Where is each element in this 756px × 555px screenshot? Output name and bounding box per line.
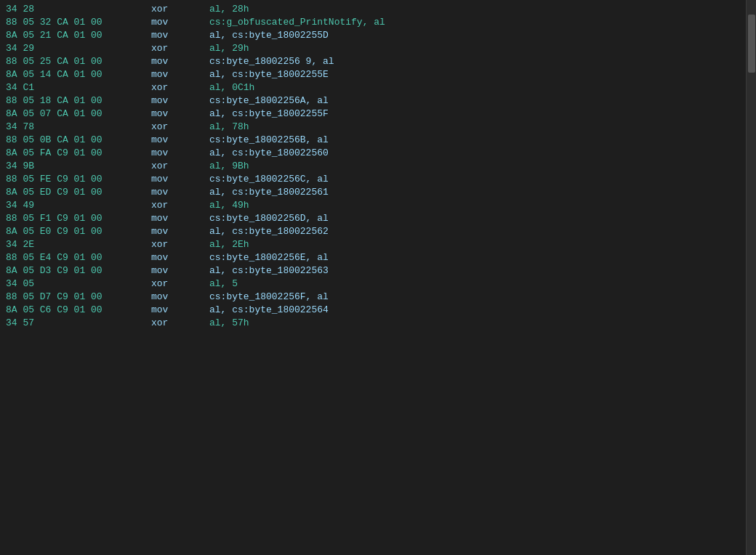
operands-column: cs:byte_18002256C, al [209, 173, 329, 186]
bytes-column: 88 05 0B CA 01 00 [6, 134, 151, 147]
operands-column: al, 29h [209, 42, 249, 55]
table-row: 8A 05 D3 C9 01 00moval, cs:byte_18002256… [0, 264, 746, 278]
bytes-column: 34 C1 [6, 81, 151, 94]
mnemonic-column: mov [151, 94, 209, 108]
table-row: 34 29xoral, 29h [0, 42, 746, 55]
table-row: 8A 05 ED C9 01 00moval, cs:byte_18002256… [0, 186, 746, 199]
mnemonic-column: mov [151, 291, 209, 304]
table-row: 8A 05 21 CA 01 00moval, cs:byte_18002255… [0, 29, 746, 42]
operands-column: al, cs:byte_180022563 [209, 264, 329, 278]
mnemonic-column: mov [151, 186, 209, 199]
bytes-column: 8A 05 FA C9 01 00 [6, 147, 151, 160]
operands-column: al, 28h [209, 3, 249, 16]
mnemonic-column: mov [151, 55, 209, 68]
table-row: 8A 05 C6 C9 01 00moval, cs:byte_18002256… [0, 304, 746, 317]
table-row: 34 78xoral, 78h [0, 121, 746, 134]
operands-column: al, cs:byte_18002255F [209, 108, 329, 121]
bytes-column: 34 49 [6, 199, 151, 212]
mnemonic-column: mov [151, 108, 209, 121]
operands-column: cs:byte_18002256D, al [209, 212, 329, 225]
bytes-column: 88 05 FE C9 01 00 [6, 173, 151, 186]
mnemonic-column: mov [151, 225, 209, 238]
operands-column: cs:byte_18002256F, al [209, 291, 329, 304]
mnemonic-column: mov [151, 212, 209, 225]
operands-column: al, 78h [209, 121, 249, 134]
bytes-column: 88 05 E4 C9 01 00 [6, 251, 151, 264]
mnemonic-column: mov [151, 173, 209, 186]
mnemonic-column: mov [151, 16, 209, 29]
mnemonic-column: mov [151, 304, 209, 317]
mnemonic-column: mov [151, 68, 209, 81]
mnemonic-column: xor [151, 42, 209, 55]
mnemonic-column: mov [151, 29, 209, 42]
disassembly-container: 34 28xoral, 28h88 05 32 CA 01 00movcs:g_… [0, 0, 756, 555]
bytes-column: 8A 05 07 CA 01 00 [6, 108, 151, 121]
mnemonic-column: xor [151, 238, 209, 251]
table-row: 34 57xoral, 57h [0, 317, 746, 330]
bytes-column: 88 05 32 CA 01 00 [6, 16, 151, 29]
mnemonic-column: xor [151, 3, 209, 16]
mnemonic-column: xor [151, 317, 209, 330]
mnemonic-column: xor [151, 199, 209, 212]
bytes-column: 34 78 [6, 121, 151, 134]
operands-column: cs:byte_18002256A, al [209, 94, 329, 108]
operands-column: al, 0C1h [209, 81, 254, 94]
table-row: 88 05 0B CA 01 00movcs:byte_18002256B, a… [0, 134, 746, 147]
operands-column: al, 9Bh [209, 160, 249, 173]
bytes-column: 88 05 D7 C9 01 00 [6, 291, 151, 304]
mnemonic-column: xor [151, 278, 209, 291]
bytes-column: 8A 05 D3 C9 01 00 [6, 264, 151, 278]
table-row: 88 05 25 CA 01 00movcs:byte_18002256 9, … [0, 55, 746, 68]
bytes-column: 8A 05 C6 C9 01 00 [6, 304, 151, 317]
mnemonic-column: xor [151, 121, 209, 134]
operands-column: al, 5 [209, 278, 238, 291]
operands-column: al, 57h [209, 317, 249, 330]
operands-column: al, cs:byte_180022564 [209, 304, 329, 317]
bytes-column: 8A 05 14 CA 01 00 [6, 68, 151, 81]
bytes-column: 34 9B [6, 160, 151, 173]
operands-column: cs:byte_18002256E, al [209, 251, 329, 264]
table-row: 8A 05 FA C9 01 00moval, cs:byte_18002256… [0, 147, 746, 160]
mnemonic-column: mov [151, 134, 209, 147]
table-row: 34 49xoral, 49h [0, 199, 746, 212]
table-row: 88 05 FE C9 01 00movcs:byte_18002256C, a… [0, 173, 746, 186]
bytes-column: 34 57 [6, 317, 151, 330]
bytes-column: 8A 05 ED C9 01 00 [6, 186, 151, 199]
operands-column: al, 49h [209, 199, 249, 212]
mnemonic-column: xor [151, 160, 209, 173]
operands-column: cs:g_obfuscated_PrintNotify, al [209, 16, 385, 29]
table-row: 34 05xoral, 5 [0, 278, 746, 291]
table-row: 34 C1xoral, 0C1h [0, 81, 746, 94]
scrollbar[interactable] [746, 0, 756, 555]
operands-column: al, cs:byte_180022561 [209, 186, 329, 199]
bytes-column: 34 29 [6, 42, 151, 55]
table-row: 88 05 32 CA 01 00movcs:g_obfuscated_Prin… [0, 16, 746, 29]
code-area[interactable]: 34 28xoral, 28h88 05 32 CA 01 00movcs:g_… [0, 0, 746, 555]
table-row: 8A 05 07 CA 01 00moval, cs:byte_18002255… [0, 108, 746, 121]
bytes-column: 34 05 [6, 278, 151, 291]
table-row: 8A 05 14 CA 01 00moval, cs:byte_18002255… [0, 68, 746, 81]
table-row: 34 2Exoral, 2Eh [0, 238, 746, 251]
mnemonic-column: xor [151, 81, 209, 94]
operands-column: al, cs:byte_18002255D [209, 29, 329, 42]
mnemonic-column: mov [151, 147, 209, 160]
bytes-column: 34 2E [6, 238, 151, 251]
table-row: 88 05 18 CA 01 00movcs:byte_18002256A, a… [0, 94, 746, 108]
bytes-column: 8A 05 21 CA 01 00 [6, 29, 151, 42]
bytes-column: 88 05 18 CA 01 00 [6, 94, 151, 108]
table-row: 8A 05 E0 C9 01 00moval, cs:byte_18002256… [0, 225, 746, 238]
operands-column: cs:byte_18002256 9, al [209, 55, 334, 68]
bytes-column: 88 05 25 CA 01 00 [6, 55, 151, 68]
table-row: 88 05 F1 C9 01 00movcs:byte_18002256D, a… [0, 212, 746, 225]
operands-column: cs:byte_18002256B, al [209, 134, 329, 147]
operands-column: al, 2Eh [209, 238, 249, 251]
operands-column: al, cs:byte_180022560 [209, 147, 329, 160]
table-row: 34 9Bxoral, 9Bh [0, 160, 746, 173]
table-row: 88 05 E4 C9 01 00movcs:byte_18002256E, a… [0, 251, 746, 264]
table-row: 34 28xoral, 28h [0, 3, 746, 16]
scrollbar-thumb[interactable] [748, 15, 755, 73]
mnemonic-column: mov [151, 264, 209, 278]
operands-column: al, cs:byte_18002255E [209, 68, 329, 81]
bytes-column: 88 05 F1 C9 01 00 [6, 212, 151, 225]
operands-column: al, cs:byte_180022562 [209, 225, 329, 238]
